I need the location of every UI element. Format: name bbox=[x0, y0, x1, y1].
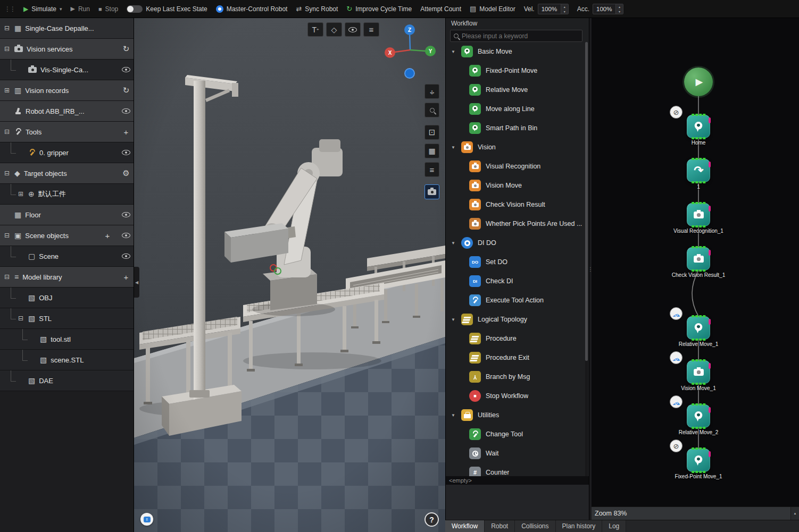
sidebar-item-vision-services[interactable]: ⊟Vision services↻ bbox=[0, 39, 134, 60]
spinner-buttons[interactable]: ▴▾ bbox=[561, 4, 568, 14]
master-control-robot-button[interactable]: Master-Control Robot bbox=[216, 5, 288, 13]
zoom-in-button[interactable] bbox=[425, 103, 439, 117]
pan-button[interactable]: ↔ bbox=[425, 84, 439, 99]
acceleration-input[interactable]: 100% ▴▾ bbox=[593, 4, 623, 14]
frame-select-button[interactable]: ◇ bbox=[326, 22, 342, 37]
panel-splitter[interactable]: ⋮ bbox=[589, 18, 592, 520]
sidebar-item-vision-records[interactable]: ⊞▥Vision records↻ bbox=[0, 80, 134, 101]
eye-toggle[interactable] bbox=[119, 67, 134, 72]
collapse-icon[interactable]: ⊟ bbox=[3, 24, 11, 32]
library-group-basic-move[interactable]: ▼Basic Move bbox=[446, 42, 585, 61]
tab-collisions[interactable]: Collisions bbox=[515, 520, 555, 532]
input-port[interactable] bbox=[692, 403, 705, 406]
library-group-utilities[interactable]: ▼Utilities bbox=[446, 406, 585, 425]
sidebar-item-dae[interactable]: ▧DAE bbox=[0, 370, 134, 391]
refresh-button[interactable]: ↻ bbox=[119, 44, 134, 54]
cloud-badge[interactable]: ☁Q bbox=[670, 351, 683, 364]
snapshot-button[interactable] bbox=[425, 184, 439, 199]
library-group-logical-topology[interactable]: ▼Logical Topology bbox=[446, 310, 585, 329]
workflow-node-relative-move-1[interactable] bbox=[687, 316, 710, 340]
collapse-icon[interactable]: ⊟ bbox=[3, 273, 11, 281]
sidebar-item-0-gripper[interactable]: 0. gripper bbox=[0, 142, 134, 163]
annotation-button[interactable]: ! bbox=[140, 513, 153, 526]
workflow-node-visual-recognition-1[interactable] bbox=[687, 203, 710, 226]
sidebar-item-robot-abb-irb[interactable]: Robot ABB_IRB_... bbox=[0, 101, 134, 122]
3d-scene[interactable] bbox=[134, 18, 445, 532]
library-item-execute-tool-action[interactable]: Execute Tool Action bbox=[446, 291, 585, 310]
input-port[interactable] bbox=[692, 246, 705, 248]
zoom-spinner[interactable]: ▲▼ bbox=[790, 507, 799, 520]
fit-view-button[interactable]: ⊡ bbox=[425, 125, 439, 140]
eye-toggle[interactable] bbox=[119, 254, 134, 259]
library-item-change-tool[interactable]: Change Tool bbox=[446, 425, 585, 444]
collapse-icon[interactable]: ⊟ bbox=[3, 232, 11, 239]
tab-robot[interactable]: Robot bbox=[485, 520, 515, 532]
collapse-icon[interactable]: ⊟ bbox=[17, 315, 24, 322]
output-port[interactable] bbox=[692, 339, 705, 341]
output-port[interactable] bbox=[692, 137, 705, 139]
library-item-stop-workflow[interactable]: ■Stop Workflow bbox=[446, 386, 585, 406]
workflow-node-fixed-point-move-1[interactable] bbox=[687, 449, 710, 472]
cloud-badge[interactable]: ☁Q bbox=[670, 307, 683, 320]
eye-toggle[interactable] bbox=[119, 150, 134, 155]
toggle-switch-icon[interactable] bbox=[127, 5, 143, 13]
sidebar-item-model-library[interactable]: ⊟≡Model library+ bbox=[0, 267, 134, 288]
chevron-down-icon[interactable]: ▼ bbox=[451, 317, 456, 322]
projection-button[interactable]: ▦ bbox=[425, 143, 439, 158]
model-editor-button[interactable]: ▤ Model Editor bbox=[470, 5, 515, 13]
chevron-down-icon[interactable]: ▼ bbox=[451, 241, 456, 246]
expand-icon[interactable]: ⊞ bbox=[17, 190, 24, 198]
collapse-icon[interactable]: ⊟ bbox=[3, 45, 11, 53]
scrollbar[interactable] bbox=[585, 42, 588, 476]
eye-toggle[interactable] bbox=[119, 212, 134, 217]
sidebar-item-tool-stl[interactable]: ▧tool.stl bbox=[0, 329, 134, 350]
run-button[interactable]: ▶ Run bbox=[70, 5, 89, 13]
output-port[interactable] bbox=[692, 181, 705, 183]
refresh-button[interactable]: ↻ bbox=[119, 86, 134, 95]
scrollbar-thumb[interactable] bbox=[585, 42, 588, 361]
library-item-whether-pick-points-are-used[interactable]: Whether Pick Points Are Used ... bbox=[446, 214, 585, 233]
skip-badge[interactable]: ⊘ bbox=[670, 440, 683, 452]
sidebar-item-floor[interactable]: ▦Floor bbox=[0, 205, 134, 225]
collapse-icon[interactable]: ⊟ bbox=[3, 170, 11, 177]
library-group-di-do[interactable]: ▼DI DO bbox=[446, 233, 585, 252]
collapse-icon[interactable]: ⊟ bbox=[3, 128, 11, 136]
library-item-procedure-exit[interactable]: Procedure Exit bbox=[446, 348, 585, 367]
library-item-check-vision-result[interactable]: Check Vision Result bbox=[446, 195, 585, 214]
search-box[interactable] bbox=[450, 30, 582, 42]
input-port[interactable] bbox=[692, 158, 705, 160]
sidebar-item-stl[interactable]: ⊟▧STL bbox=[0, 308, 134, 329]
stop-button[interactable]: ■ Stop bbox=[98, 5, 118, 13]
cloud-badge[interactable]: ☁Q bbox=[670, 395, 683, 408]
input-port[interactable] bbox=[692, 359, 705, 361]
chevron-down-icon[interactable]: ▼ bbox=[451, 413, 456, 418]
plus-button[interactable]: + bbox=[119, 273, 134, 282]
eye-toggle[interactable] bbox=[119, 233, 134, 238]
workflow-node-relative-move-2[interactable] bbox=[687, 404, 710, 428]
workflow-canvas[interactable]: ⋮ ▶ Home⊘↷1Visual Recognition_1Check Vis… bbox=[589, 18, 799, 520]
chevron-down-icon[interactable]: ▼ bbox=[451, 145, 456, 150]
library-item-fixed-point-move[interactable]: Fixed-Point Move bbox=[446, 61, 585, 80]
tab-plan-history[interactable]: Plan history bbox=[556, 520, 603, 532]
keep-last-exec-toggle[interactable]: Keep Last Exec State bbox=[127, 5, 207, 13]
sidebar-item-vis-single-ca[interactable]: Vis-Single-Ca... bbox=[0, 60, 134, 80]
library-item-smart-path-in-bin[interactable]: Smart Path in Bin bbox=[446, 119, 585, 138]
input-port[interactable] bbox=[692, 447, 705, 450]
sync-robot-button[interactable]: ⇄ Sync Robot bbox=[296, 5, 338, 13]
sidebar-item-scene-objects[interactable]: ⊟▣Scene objects+ bbox=[0, 225, 134, 246]
sidebar-item-scene-stl[interactable]: ▧scene.STL bbox=[0, 350, 134, 370]
library-item-branch-by-msg[interactable]: YBranch by Msg bbox=[446, 367, 585, 386]
scene-list-button[interactable]: ≡ bbox=[425, 162, 439, 177]
input-port[interactable] bbox=[692, 114, 705, 116]
workflow-node-vision-move-1[interactable] bbox=[687, 360, 710, 384]
skip-badge[interactable]: ⊘ bbox=[670, 106, 683, 119]
library-group-vision[interactable]: ▼Vision bbox=[446, 138, 585, 157]
sidebar-item-tools[interactable]: ⊟Tools+ bbox=[0, 122, 134, 142]
eye-toggle[interactable] bbox=[119, 108, 134, 114]
visibility-button[interactable] bbox=[345, 22, 361, 37]
display-list-button[interactable]: ≡ bbox=[363, 22, 379, 37]
input-port[interactable] bbox=[692, 202, 705, 204]
sidebar-item-target-objects[interactable]: ⊟◆Target objects⚙ bbox=[0, 163, 134, 184]
output-port[interactable] bbox=[692, 269, 705, 272]
library-item-check-di[interactable]: DICheck DI bbox=[446, 272, 585, 291]
